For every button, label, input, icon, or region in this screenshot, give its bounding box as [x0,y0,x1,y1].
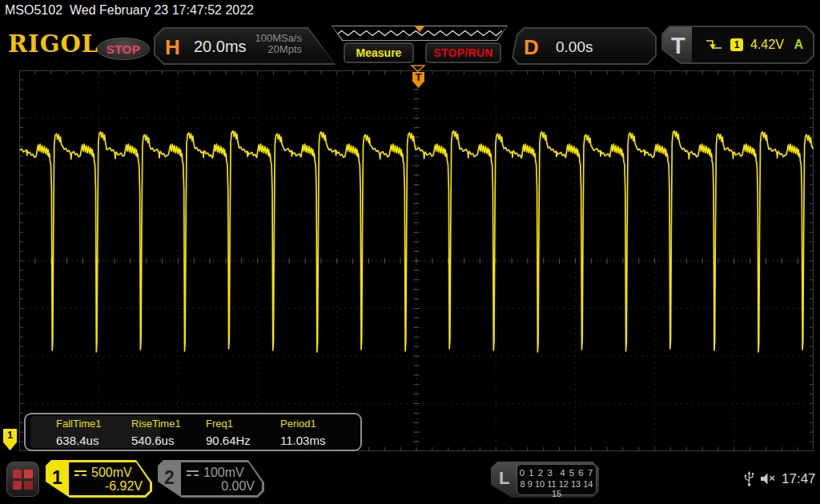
trigger-mode: A [794,38,803,52]
waveform-position-preview[interactable] [332,26,508,41]
dc-coupling-icon [74,470,86,476]
function-menu-button[interactable] [6,462,39,497]
memory-depth: 20Mpts [255,44,302,55]
horizontal-menu-button[interactable]: H 20.0ms 100MSa/s 20Mpts [154,27,336,65]
measurement-item: RiseTime1 540.6us [131,418,205,447]
logic-channels-row2: 8 9 10 11 12 13 14 15 [517,479,596,498]
trigger-position-chevron-icon [410,65,426,72]
delay-menu-button[interactable]: D 0.00s [509,27,657,65]
measurement-results-panel[interactable]: FallTime1 638.4us RiseTime1 540.6us Freq… [24,413,362,451]
sample-rate-block: 100MSa/s 20Mpts [255,33,302,55]
graticule-and-waveform [19,70,814,451]
falling-edge-icon [705,38,723,52]
delay-value: 0.00s [556,38,593,56]
channel2-offset: 0.00V [221,479,255,494]
delay-label: D [524,35,539,60]
clock: 17:47 [782,471,816,487]
measure-button[interactable]: Measure [344,42,414,63]
sample-rate: 100MSa/s [255,33,302,44]
top-status-bar: MSO5102 Wed February 23 17:47:52 2022 [0,0,820,22]
measurement-item: FallTime1 638.4us [56,418,130,447]
timebase-value: 20.0ms [194,38,247,56]
channel2-button[interactable]: 2 100mV 0.00V [158,460,264,498]
channel1-offset-marker[interactable]: 1 [3,429,17,450]
dc-coupling-icon [187,470,199,476]
rigol-logo: RIGOL [8,30,98,58]
logic-channels-row1: 0 1 2 3 4 5 6 7 [517,468,596,478]
acquisition-state-badge: STOP [97,38,150,60]
trigger-menu-button[interactable]: T 1 4.42V A [661,26,814,64]
channel1-offset: -6.92V [105,479,143,494]
channel2-number: 2 [164,467,175,489]
oscilloscope-screen: MSO5102 Wed February 23 17:47:52 2022 RI… [0,0,820,504]
trigger-level-value: 4.42V [750,38,784,52]
horizontal-label: H [165,35,180,60]
usb-icon [743,470,755,487]
stop-run-button[interactable]: STOP/RUN [425,42,501,63]
grid-menu-icon [13,470,33,490]
channel1-number: 1 [52,467,62,489]
channel1-scale: 500mV [91,466,132,480]
logic-label: L [499,468,509,489]
acquisition-state-label: STOP [107,42,141,56]
trigger-source-badge: 1 [730,38,743,51]
logic-channels-button[interactable]: L 0 1 2 3 4 5 6 7 8 9 10 11 12 13 14 15 [491,462,599,498]
trigger-label: T [671,33,685,59]
waveform-display-area [19,70,814,451]
measurement-item: Period1 11.03ms [280,418,354,447]
speaker-muted-icon [759,472,778,486]
preview-trigger-position-icon [415,26,424,32]
measurement-item: Freq1 90.64Hz [206,418,279,447]
channel2-scale: 100mV [203,466,244,480]
channel1-button[interactable]: 1 500mV -6.92V [46,460,152,498]
model-and-datetime: MSO5102 Wed February 23 17:47:52 2022 [5,3,254,18]
